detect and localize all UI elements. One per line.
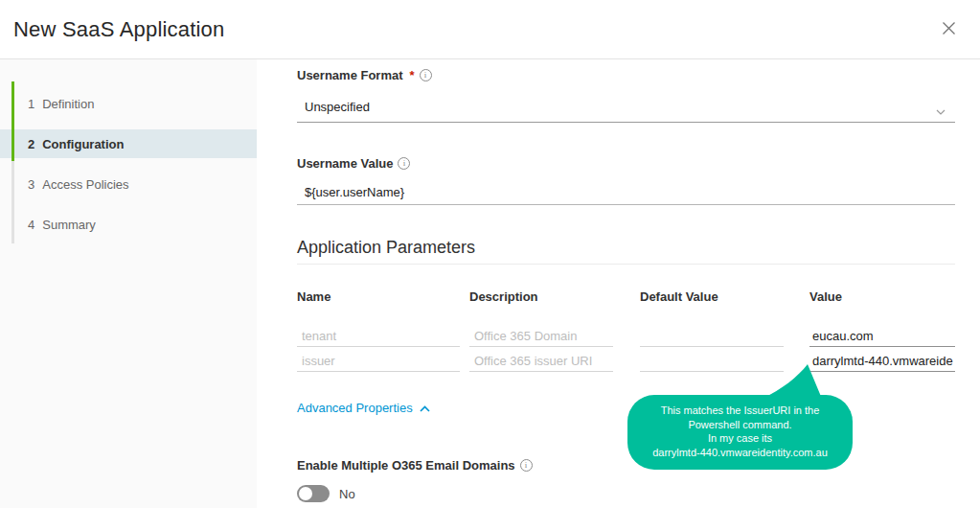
username-value-input[interactable]: ${user.userName}: [297, 183, 955, 205]
required-marker: *: [410, 68, 415, 82]
step-number: 4: [28, 218, 34, 232]
param-name-field[interactable]: tenant: [297, 329, 460, 347]
application-parameters-table: Name Description Default Value Value ten…: [297, 289, 955, 372]
param-default-value-field[interactable]: [640, 329, 784, 347]
step-label: Configuration: [42, 137, 124, 151]
step-label: Definition: [42, 97, 94, 111]
close-icon: [941, 20, 957, 39]
wizard-steps: 1 Definition 2 Configuration 3 Access Po…: [0, 59, 257, 244]
step-number: 3: [28, 177, 34, 192]
username-value-label: Username Value: [297, 156, 393, 171]
table-header-row: Name Description Default Value Value: [297, 289, 955, 304]
new-saas-application-dialog: New SaaS Application 1 Definition 2 Conf…: [0, 0, 980, 508]
dialog-body: 1 Definition 2 Configuration 3 Access Po…: [0, 59, 980, 508]
table-row: tenant Office 365 Domain eucau.com: [297, 329, 955, 347]
wizard-step-summary[interactable]: 4 Summary: [0, 204, 257, 244]
param-value-field[interactable]: eucau.com: [809, 329, 955, 347]
info-icon[interactable]: i: [520, 459, 533, 472]
callout-line: This matches the IssuerURI in the: [627, 404, 853, 418]
wizard-progress-indicator: [11, 81, 14, 161]
callout-line: Powershell command.: [627, 418, 853, 432]
email-domains-label: Enable Multiple O365 Email Domains: [297, 458, 515, 473]
column-header-default-value: Default Value: [640, 289, 809, 304]
info-icon[interactable]: i: [398, 157, 410, 170]
wizard-step-definition[interactable]: 1 Definition: [0, 83, 257, 124]
annotation-callout: This matches the IssuerURI in the Powers…: [627, 395, 853, 470]
username-value-text: ${user.userName}: [305, 185, 404, 199]
dialog-header: New SaaS Application: [0, 0, 980, 59]
email-domains-toggle[interactable]: [297, 485, 330, 502]
configuration-panel: Username Format * i Unspecified Username…: [257, 59, 980, 508]
wizard-progress-rail: [11, 81, 14, 243]
param-value-field[interactable]: darrylmtd-440.vmwareide: [809, 354, 955, 372]
chevron-up-icon: [420, 401, 430, 415]
callout-line: darrylmtd-440.vmwareidentity.com.au: [627, 446, 853, 460]
step-label: Access Policies: [42, 177, 128, 192]
email-domains-label-row: Enable Multiple O365 Email Domains i: [297, 457, 955, 473]
section-divider: [297, 264, 955, 265]
username-format-label-row: Username Format * i: [297, 67, 955, 82]
step-label: Summary: [42, 218, 96, 232]
info-icon[interactable]: i: [420, 69, 432, 81]
chevron-down-icon: [936, 102, 946, 119]
wizard-step-access-policies[interactable]: 3 Access Policies: [0, 164, 257, 204]
page-title: New SaaS Application: [13, 17, 224, 42]
username-format-value: Unspecified: [305, 100, 370, 114]
wizard-step-configuration[interactable]: 2 Configuration: [0, 129, 257, 158]
username-value-label-row: Username Value i: [297, 155, 955, 171]
table-row: issuer Office 365 issuer URI darrylmtd-4…: [297, 354, 955, 372]
callout-line: In my case its: [627, 431, 853, 446]
column-header-name: Name: [297, 289, 469, 304]
param-description-field[interactable]: Office 365 Domain: [469, 329, 613, 347]
username-format-label: Username Format: [297, 68, 403, 82]
advanced-properties-label: Advanced Properties: [297, 401, 413, 415]
column-header-value: Value: [809, 289, 955, 304]
param-description-field[interactable]: Office 365 issuer URI: [469, 354, 613, 372]
close-button[interactable]: [935, 14, 963, 45]
wizard-sidebar: 1 Definition 2 Configuration 3 Access Po…: [0, 59, 257, 508]
step-number: 1: [28, 97, 34, 111]
column-header-description: Description: [469, 289, 640, 304]
advanced-properties-toggle[interactable]: Advanced Properties: [297, 401, 430, 415]
step-number: 2: [28, 137, 34, 151]
toggle-knob: [299, 487, 312, 500]
application-parameters-heading: Application Parameters: [297, 238, 955, 258]
param-name-field[interactable]: issuer: [297, 354, 460, 372]
toggle-state-label: No: [339, 487, 355, 501]
username-format-select[interactable]: Unspecified: [297, 98, 955, 123]
